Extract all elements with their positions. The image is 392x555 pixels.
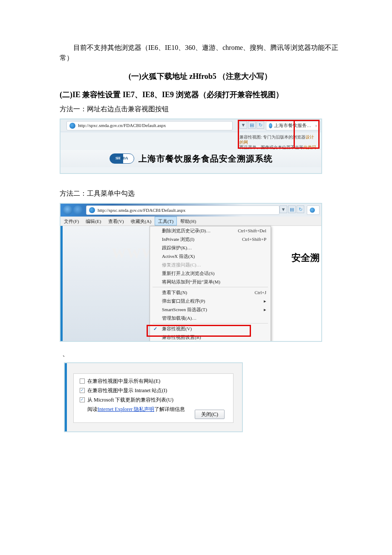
address-bar[interactable]: http://spxc.smda.gov.cn/FDACBI/Default.a…: [66, 121, 233, 130]
menu-favorites[interactable]: 收藏夹(A): [127, 217, 155, 225]
menu-item[interactable]: 管理加载项(A)…: [150, 314, 271, 322]
partial-title-text: 安全溯: [291, 251, 320, 265]
address-bar[interactable]: http://spxc.smda.gov.cn/FDACBI/Default.a…: [86, 205, 280, 215]
menu-item[interactable]: 删除浏览历史记录(D)…Ctrl+Shift+Del: [150, 226, 271, 235]
page-header: SHFDA 上海市餐饮服务食品安全溯源系统: [61, 150, 321, 167]
screenshot-addrbar: http://spxc.smda.gov.cn/FDACBI/Default.a…: [60, 119, 322, 174]
checkbox-icon[interactable]: ✓: [80, 388, 85, 393]
highlight-box: [238, 120, 295, 149]
menu-item[interactable]: 弹出窗口阻止程序(P)▸: [150, 297, 271, 305]
checkbox-label: 在兼容性视图中显示所有网站(E): [87, 377, 160, 385]
browser-tab[interactable]: [307, 205, 320, 215]
checkbox-label: 从 Microsoft 下载更新的兼容性列表(U): [87, 396, 173, 404]
method1-label: 方法一：网址右边点击兼容视图按钮: [60, 104, 341, 114]
menu-item[interactable]: SmartScreen 筛选器(T)▸: [150, 305, 271, 314]
highlight-box: [147, 325, 251, 337]
menu-item: 修复连接问题(C)…: [150, 260, 271, 269]
checkbox-all-sites[interactable]: 在兼容性视图中显示所有网站(E): [80, 377, 233, 385]
dialog-inner: 在兼容性视图中显示所有网站(E) ✓ 在兼容性视图中显示 Intranet 站点…: [73, 373, 233, 423]
system-title: 上海市餐饮服务食品安全溯源系统: [138, 152, 273, 165]
punct-mark: 、: [62, 349, 341, 359]
menu-item[interactable]: ActiveX 筛选(X): [150, 252, 271, 260]
close-button[interactable]: 关闭(C): [195, 410, 225, 419]
separator: [153, 323, 268, 324]
screenshot-compat-dialog: 在兼容性视图中显示所有网站(E) ✓ 在兼容性视图中显示 Intranet 站点…: [64, 362, 243, 432]
separator: [153, 287, 268, 287]
menu-view[interactable]: 查看(V): [105, 217, 127, 225]
menu-bar: 文件(F) 编辑(E) 查看(V) 收藏夹(A) 工具(T) 帮助(H): [61, 217, 321, 226]
highlight-box: [294, 120, 320, 149]
refresh-icon[interactable]: ↻: [297, 205, 304, 213]
addr-right-controls: ▼ ▤ ↻: [280, 205, 321, 215]
ie-icon: [310, 208, 315, 213]
menu-item[interactable]: 跟踪保护(K)…: [150, 243, 271, 252]
url-text: http://spxc.smda.gov.cn/FDACBI/Default.a…: [98, 207, 185, 214]
compat-view-icon[interactable]: ▤: [288, 205, 296, 213]
method2-label: 方法二：工具菜单中勾选: [60, 188, 341, 199]
menu-item[interactable]: 将网站添加到“开始”菜单(M): [150, 278, 271, 286]
heading-ie-compat: (二)IE 兼容性设置 IE7、IE8、IE9 浏览器（必须打开兼容性视图）: [60, 89, 341, 101]
privacy-link[interactable]: Internet Explorer 隐私声明: [98, 405, 154, 413]
checkbox-label: 在兼容性视图中显示 Intranet 站点(I): [87, 387, 167, 394]
intro-paragraph: 目前不支持其他浏览器（IE6、IE10、360、遨游、chrome、搜狗、腾讯等…: [60, 43, 341, 63]
chrome-top: http://spxc.smda.gov.cn/FDACBI/Default.a…: [61, 204, 321, 217]
menu-tools[interactable]: 工具(T): [155, 217, 177, 225]
tools-dropdown: 删除浏览历史记录(D)…Ctrl+Shift+Del InPrivate 浏览(…: [150, 226, 271, 342]
menu-item[interactable]: 重新打开上次浏览会话(S): [150, 269, 271, 278]
heading-firefox-download: (一)火狐下载地址 zHfrob5 （注意大小写）: [60, 71, 341, 82]
checkbox-icon[interactable]: ✓: [80, 397, 85, 402]
shfda-logo: SHFDA: [110, 153, 134, 164]
checkbox-intranet[interactable]: ✓ 在兼容性视图中显示 Intranet 站点(I): [80, 387, 233, 394]
menu-help[interactable]: 帮助(H): [177, 217, 199, 225]
ie-icon: [69, 123, 75, 129]
dropdown-icon[interactable]: ▼: [280, 205, 287, 213]
window-frame-left: [65, 363, 67, 431]
checkbox-icon[interactable]: [80, 379, 85, 384]
url-text: http://spxc.smda.gov.cn/FDACBI/Default.a…: [78, 122, 166, 129]
menu-edit[interactable]: 编辑(E): [82, 217, 104, 225]
back-button[interactable]: [63, 205, 72, 215]
ie-icon: [89, 207, 95, 213]
menu-item[interactable]: 查看下载(N)Ctrl+J: [150, 288, 271, 297]
menu-item[interactable]: InPrivate 浏览(I)Ctrl+Shift+P: [150, 235, 271, 243]
menu-file[interactable]: 文件(F): [61, 217, 82, 225]
forward-button[interactable]: [73, 205, 83, 215]
checkbox-ms-list[interactable]: ✓ 从 Microsoft 下载更新的兼容性列表(U): [80, 396, 233, 404]
screenshot-tools-menu: WWW http://spxc.smda.gov.cn/FDACBI/Defau…: [60, 203, 322, 342]
